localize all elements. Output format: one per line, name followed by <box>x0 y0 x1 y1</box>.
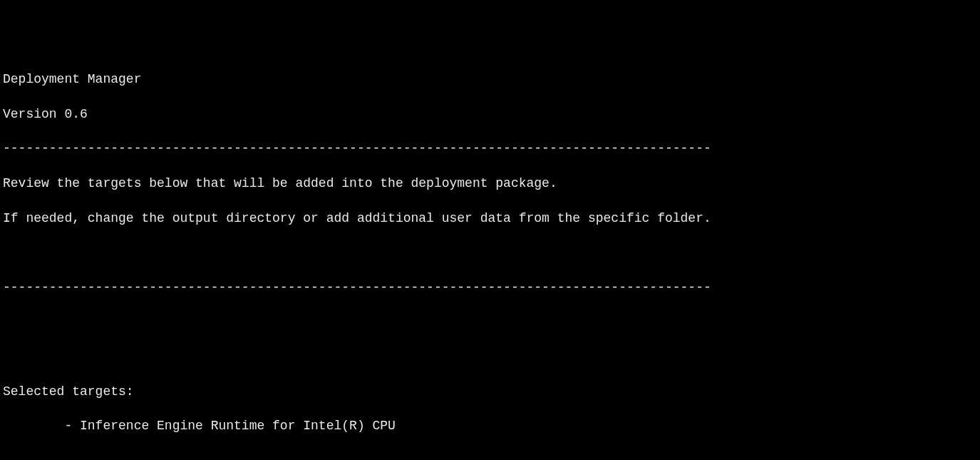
blank-line <box>3 244 977 261</box>
app-version: Version 0.6 <box>3 106 977 123</box>
selected-targets-heading: Selected targets: <box>3 383 977 400</box>
blank-line <box>3 452 977 460</box>
app-title: Deployment Manager <box>3 71 977 88</box>
blank-line <box>3 313 977 330</box>
blank-line <box>3 348 977 365</box>
divider: ----------------------------------------… <box>3 140 977 157</box>
selected-target-item: - Inference Engine Runtime for Intel(R) … <box>3 417 977 434</box>
divider: ----------------------------------------… <box>3 279 977 296</box>
intro-line-1: Review the targets below that will be ad… <box>3 175 977 192</box>
intro-line-2: If needed, change the output directory o… <box>3 210 977 227</box>
